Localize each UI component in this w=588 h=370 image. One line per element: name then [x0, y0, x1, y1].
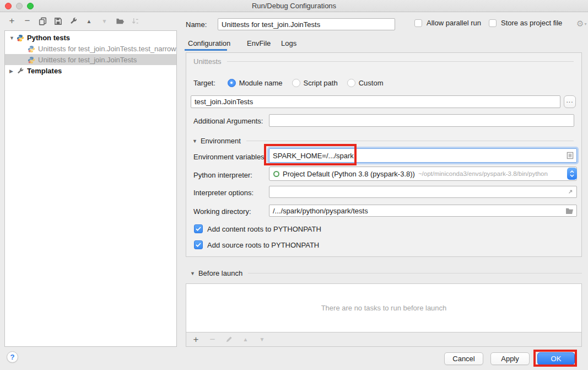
edit-templates-wrench-icon[interactable] [69, 17, 78, 26]
tree-item-templates[interactable]: ▶ Templates [5, 65, 176, 76]
before-launch-collapse-icon[interactable]: ▼ [190, 271, 195, 276]
tree-item-label: Python tests [27, 34, 70, 42]
close-window-button[interactable] [5, 3, 12, 9]
tab-configuration[interactable]: Configuration [188, 39, 230, 47]
collapse-caret-icon[interactable]: ▼ [9, 35, 15, 41]
run-debug-configurations-dialog: Run/Debug Configurations + − ▲ ▼ ▼ Pyth [0, 0, 588, 370]
remove-task-button: − [208, 335, 217, 344]
name-label: Name: [186, 20, 207, 29]
before-launch-box: There are no tasks to run before launch … [186, 283, 582, 347]
ok-button[interactable]: OK [537, 352, 575, 365]
chevron-down-icon: ▾ [584, 22, 586, 26]
add-content-roots-checkbox[interactable] [194, 224, 203, 233]
help-button[interactable]: ? [7, 351, 18, 363]
target-module-name-label: Module name [239, 79, 283, 87]
target-label: Target: [193, 79, 215, 87]
group-divider [227, 61, 574, 62]
python-interpreter-path: ~/opt/miniconda3/envs/pyspark-3.8/bin/py… [418, 170, 548, 177]
move-task-down-button: ▼ [257, 335, 267, 344]
expand-caret-icon[interactable]: ▶ [9, 68, 15, 74]
target-custom-radio[interactable] [347, 79, 355, 87]
python-test-config-icon [28, 56, 35, 64]
target-custom-label: Custom [359, 79, 384, 87]
store-as-project-file-label: Store as project file [501, 19, 562, 27]
conda-env-icon [273, 171, 279, 177]
target-module-name-radio[interactable] [228, 79, 236, 87]
tab-logs[interactable]: Logs [281, 39, 296, 47]
tree-item-unittests-jointests-selected[interactable]: Unittests for test_join.JoinTests [5, 54, 176, 65]
window-title: Run/Debug Configurations [0, 0, 588, 12]
before-launch-title: Before launch [198, 269, 242, 277]
environment-group-title: Environment [201, 137, 241, 145]
group-divider [248, 273, 582, 274]
title-bar: Run/Debug Configurations [0, 0, 588, 12]
sort-configurations-icon [131, 17, 140, 26]
python-interpreter-value: Project Default (Python 3.8 (pyspark-3.8… [283, 170, 415, 178]
tree-item-python-tests[interactable]: ▼ Python tests [5, 32, 176, 43]
interpreter-options-input[interactable] [269, 186, 576, 197]
move-down-button: ▼ [100, 17, 109, 26]
move-up-button[interactable]: ▲ [84, 17, 94, 26]
target-script-path-radio[interactable] [292, 79, 300, 87]
python-test-config-icon [28, 45, 35, 53]
before-launch-task-list[interactable]: There are no tasks to run before launch [186, 284, 581, 333]
move-task-up-button: ▲ [241, 335, 250, 344]
group-divider [246, 141, 574, 141]
before-launch-toolbar: + − ▲ ▼ [186, 333, 581, 346]
store-as-project-file-checkbox[interactable] [489, 19, 497, 27]
tree-item-label: Templates [27, 67, 62, 75]
working-directory-input[interactable] [269, 205, 576, 216]
expand-field-icon[interactable] [567, 189, 574, 195]
environment-collapse-icon[interactable]: ▼ [192, 138, 197, 144]
remove-configuration-button[interactable]: − [23, 17, 32, 26]
gear-icon: ⚙ [576, 19, 584, 29]
minimize-window-button [16, 3, 23, 9]
add-configuration-button[interactable]: + [7, 17, 17, 26]
zoom-window-button[interactable] [27, 3, 34, 9]
environment-variables-input[interactable] [269, 149, 576, 162]
save-configuration-icon[interactable] [53, 17, 63, 26]
environment-variables-label: Environment variables: [193, 153, 266, 161]
interpreter-stepper-button[interactable] [567, 168, 577, 180]
interpreter-options-label: Interpreter options: [193, 189, 253, 197]
allow-parallel-run-label: Allow parallel run [427, 19, 481, 27]
add-source-roots-label: Add source roots to PYTHONPATH [207, 241, 319, 249]
templates-wrench-icon [17, 67, 24, 75]
browse-folder-icon[interactable] [565, 207, 574, 214]
edit-environment-variables-icon[interactable] [567, 152, 574, 159]
configurations-toolbar: + − ▲ ▼ [7, 15, 140, 26]
allow-parallel-run-checkbox[interactable] [414, 19, 422, 27]
configurations-tree: ▼ Python tests Unittests for test_join.J… [4, 30, 177, 347]
new-folder-icon[interactable] [115, 17, 125, 26]
before-launch-empty-text: There are no tasks to run before launch [321, 304, 447, 312]
browse-target-button[interactable]: ... [564, 95, 576, 108]
python-interpreter-select[interactable]: Project Default (Python 3.8 (pyspark-3.8… [269, 167, 577, 181]
apply-button[interactable]: Apply [490, 352, 530, 365]
additional-arguments-label: Additional Arguments: [193, 117, 263, 125]
configuration-panel: Unittests Target: Module name Script pat… [186, 52, 582, 257]
name-input[interactable] [218, 18, 395, 30]
working-directory-label: Working directory: [193, 207, 251, 216]
additional-arguments-input[interactable] [269, 115, 574, 126]
copy-configuration-icon[interactable] [38, 17, 47, 26]
add-task-button[interactable]: + [191, 335, 201, 344]
tree-item-unittests-test-narrow[interactable]: Unittests for test_join.JoinTests.test_n… [5, 43, 176, 54]
python-tests-icon [17, 34, 24, 42]
tab-envfile[interactable]: EnvFile [247, 39, 271, 47]
tree-item-label: Unittests for test_join.JoinTests [38, 56, 137, 64]
target-script-path-label: Script path [304, 79, 338, 87]
store-options-control[interactable]: ⚙ ▾ [576, 19, 586, 29]
target-input[interactable] [191, 96, 560, 108]
add-source-roots-checkbox[interactable] [194, 240, 203, 249]
tree-item-label: Unittests for test_join.JoinTests.test_n… [38, 45, 176, 53]
add-content-roots-label: Add content roots to PYTHONPATH [207, 225, 321, 233]
python-interpreter-label: Python interpreter: [193, 171, 252, 179]
cancel-button[interactable]: Cancel [444, 352, 483, 365]
active-tab-underline [185, 49, 227, 51]
unittests-group-title: Unittests [193, 57, 222, 66]
edit-task-pencil-icon [224, 335, 234, 344]
